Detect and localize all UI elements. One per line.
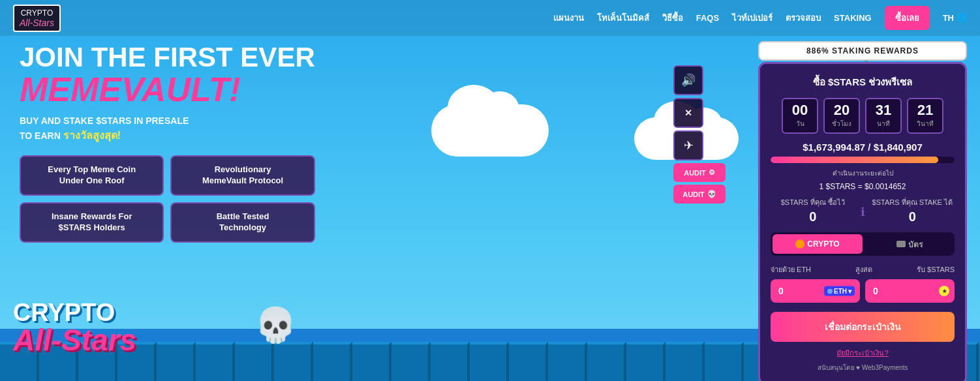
ground-block	[196, 342, 235, 381]
eth-suffix: ETH ▾	[824, 286, 855, 296]
telegram-button[interactable]: ✈	[673, 130, 703, 160]
payment-toggle: CRYPTO บัตร	[771, 232, 955, 256]
ground-block	[235, 342, 274, 381]
twitter-button[interactable]: ✕	[673, 98, 703, 128]
ground-block	[274, 342, 313, 381]
ground-block	[391, 342, 431, 381]
character-sprite: 💀	[254, 305, 297, 345]
hero-subtitle: BUY AND STAKE $STARS IN PRESALE TO EARN …	[20, 114, 315, 144]
buy-button[interactable]: ซื้อเลย	[885, 6, 930, 30]
ground-block	[431, 342, 470, 381]
language-label: TH	[943, 13, 954, 23]
stars-staked-value: 0	[870, 207, 955, 226]
ground-block	[352, 342, 391, 381]
ground-block	[705, 342, 744, 381]
hero-subtitle-highlight: รางวัลสูงสุด!	[63, 130, 121, 141]
navbar: CRYPTO All-Stars แผนงาน โทเค็นโนมิคส์ วิ…	[0, 0, 980, 36]
eth-label: ETH	[834, 288, 847, 295]
audit-button-1[interactable]: AUDIT ⚙	[673, 163, 726, 182]
social-sidebar: 🔊 ✕ ✈ AUDIT ⚙ AUDIT 💀	[673, 65, 726, 204]
pay-crypto-tab[interactable]: CRYPTO	[773, 234, 863, 254]
progress-label: ดำเนินงานระยะต่อไป	[771, 168, 955, 178]
nav-how-to-buy[interactable]: วิธีซื้อ	[662, 11, 683, 25]
nav-faqs[interactable]: FAQS	[696, 13, 719, 23]
exchange-rate: 1 $STARS = $0.0014652	[771, 182, 955, 191]
feature-label-2: RevolutionaryMemeVault Protocol	[202, 164, 283, 185]
presale-title: ซื้อ $STARS ช่วงพรีเซล	[771, 74, 955, 90]
timer-days-label: วัน	[789, 119, 810, 129]
feature-box-2[interactable]: RevolutionaryMemeVault Protocol	[170, 155, 314, 196]
logo: CRYPTO All-Stars	[13, 5, 61, 32]
ground-block	[509, 342, 548, 381]
sound-button[interactable]: 🔊	[673, 65, 703, 95]
twitter-icon: ✕	[684, 108, 692, 118]
bottom-logo: CRYPTO All-Stars	[13, 300, 136, 355]
stars-staked-label: $STARS ที่คุณ STAKE ได้	[872, 198, 953, 206]
crypto-icon	[795, 239, 804, 249]
audit-button-2[interactable]: AUDIT 💀	[673, 185, 726, 204]
stars-staked-col: $STARS ที่คุณ STAKE ได้ 0	[870, 198, 955, 226]
cloud-shape	[431, 104, 549, 157]
stars-icon: ★	[939, 286, 949, 296]
timer-hours-value: 20	[831, 103, 852, 117]
bottom-logo-crypto: CRYPTO	[13, 300, 136, 325]
feature-box-4[interactable]: Battle TestedTechnology	[170, 202, 314, 243]
hero-section: JOIN THE FIRST EVER MEMEVAULT! BUY AND S…	[20, 42, 315, 243]
ground-block	[470, 342, 509, 381]
nav-links: แผนงาน โทเค็นโนมิคส์ วิธีซื้อ FAQS ไวท์เ…	[553, 6, 967, 30]
pay-with-row: จ่ายด้วย ETH สูงสด รับ $STARS	[771, 264, 955, 275]
connect-wallet-button[interactable]: เชื่อมต่อกระเป๋าเงิน	[771, 312, 955, 342]
price-raised: $1,673,994.87 / $1,840,907	[771, 142, 955, 153]
ground-block	[157, 342, 196, 381]
stars-bought-value: 0	[771, 207, 855, 226]
sound-icon: 🔊	[681, 73, 696, 87]
nav-whitepaper[interactable]: ไวท์เปเปอร์	[732, 11, 773, 25]
receive-label: รับ $STARS	[917, 264, 955, 275]
stars-input-group: ★	[865, 279, 955, 303]
timer-minutes-label: นาที	[873, 119, 894, 129]
ground-block	[548, 342, 587, 381]
feature-box-1[interactable]: Every Top Meme CoinUnder One Roof	[20, 155, 164, 196]
timer-minutes-value: 31	[873, 103, 894, 117]
timer-minutes: 31 นาที	[865, 98, 902, 134]
timer-hours: 20 ชั่วโมง	[823, 98, 860, 134]
audit-row-1: AUDIT ⚙	[673, 163, 726, 182]
powered-by: สนับสนุนโดย ♥ Web3Payments	[771, 363, 955, 373]
pay-with-label: จ่ายด้วย ETH	[771, 264, 811, 275]
feature-boxes: Every Top Meme CoinUnder One Roof Revolu…	[20, 155, 315, 243]
audit-label-2: AUDIT	[682, 190, 705, 198]
timer-hours-label: ชั่วโมง	[831, 119, 852, 129]
input-row: ETH ▾ ★	[771, 279, 955, 303]
nav-staking[interactable]: STAKING	[834, 13, 872, 23]
pay-crypto-label: CRYPTO	[807, 239, 839, 249]
timer-seconds: 21 วินาที	[907, 98, 943, 134]
stars-suffix: ★	[939, 286, 949, 296]
chevron-down-icon: ▾	[848, 288, 851, 295]
audit-row-2: AUDIT 💀	[673, 185, 726, 204]
nav-audit[interactable]: ตรวจสอบ	[786, 11, 821, 25]
staking-banner: 886% STAKING REWARDS	[758, 41, 967, 61]
feature-label-4: Battle TestedTechnology	[217, 211, 269, 232]
logo-container: CRYPTO All-Stars	[13, 5, 61, 32]
stars-info: $STARS ที่คุณ ซื้อไว้ 0 ℹ $STARS ที่คุณ …	[771, 198, 955, 226]
hero-title-line1: JOIN THE FIRST EVER	[20, 42, 315, 72]
feature-box-3[interactable]: Insane Rewards For$STARS Holders	[20, 202, 164, 243]
ground-block	[587, 342, 626, 381]
pay-card-tab[interactable]: บัตร	[865, 232, 955, 256]
timer-days: 00 วัน	[782, 98, 818, 134]
powered-by-text: สนับสนุนโดย ♥ Web3Payments	[818, 364, 908, 371]
nav-roadmap[interactable]: แผนงาน	[553, 11, 584, 25]
hero-subtitle-line2: TO EARN	[20, 130, 61, 141]
logo-crypto-text: CRYPTO	[20, 8, 54, 18]
feature-label-1: Every Top Meme CoinUnder One Roof	[48, 164, 136, 185]
no-wallet-link[interactable]: มัยมีกระเป๋าเงิน?	[771, 347, 955, 359]
language-selector[interactable]: TH 🌐	[943, 13, 967, 23]
progress-bar	[771, 157, 955, 163]
cloud-center	[431, 104, 549, 157]
eth-dot	[827, 288, 833, 294]
ground-block	[626, 342, 666, 381]
eth-badge[interactable]: ETH ▾	[824, 286, 855, 296]
hero-title-line2: MEMEVAULT!	[20, 72, 315, 106]
nav-tokenomics[interactable]: โทเค็นโนมิคส์	[597, 11, 649, 25]
timer-row: 00 วัน 20 ชั่วโมง 31 นาที 21 วินาที	[771, 98, 955, 134]
